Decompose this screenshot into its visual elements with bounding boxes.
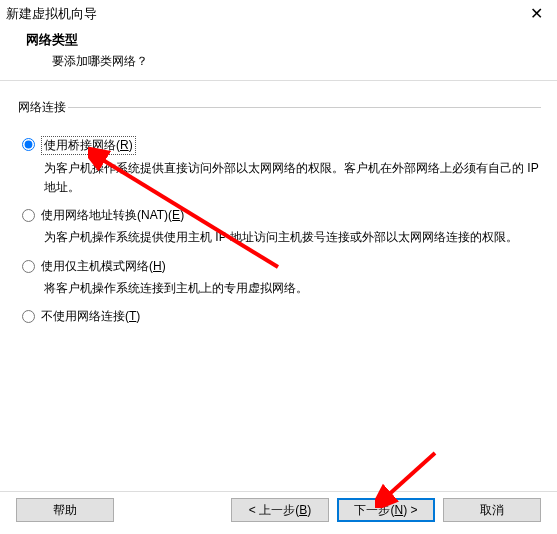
cancel-button[interactable]: 取消	[443, 498, 541, 522]
option-hostonly-text: 使用仅主机模式网络(H)	[41, 258, 166, 275]
radio-bridged[interactable]	[22, 138, 35, 151]
option-none: 不使用网络连接(T)	[22, 308, 541, 325]
network-group: 网络连接 使用桥接网络(R) 为客户机操作系统提供直接访问外部以太网网络的权限。…	[18, 99, 541, 325]
page-subtitle: 要添加哪类网络？	[26, 49, 557, 70]
wizard-body: 网络连接 使用桥接网络(R) 为客户机操作系统提供直接访问外部以太网网络的权限。…	[0, 81, 557, 325]
option-nat-desc: 为客户机操作系统提供使用主机 IP 地址访问主机拨号连接或外部以太网网络连接的权…	[44, 228, 541, 247]
back-button[interactable]: < 上一步(B)	[231, 498, 329, 522]
close-icon[interactable]: ✕	[524, 4, 549, 23]
option-none-label[interactable]: 不使用网络连接(T)	[22, 308, 541, 325]
option-hostonly: 使用仅主机模式网络(H) 将客户机操作系统连接到主机上的专用虚拟网络。	[22, 258, 541, 298]
option-bridged-desc: 为客户机操作系统提供直接访问外部以太网网络的权限。客户机在外部网络上必须有自己的…	[44, 159, 541, 197]
group-legend: 网络连接	[18, 99, 68, 116]
radio-nat[interactable]	[22, 209, 35, 222]
radio-none[interactable]	[22, 310, 35, 323]
option-bridged-label[interactable]: 使用桥接网络(R)	[22, 136, 541, 155]
option-nat-label[interactable]: 使用网络地址转换(NAT)(E)	[22, 207, 541, 224]
option-none-text: 不使用网络连接(T)	[41, 308, 140, 325]
option-bridged-text: 使用桥接网络(R)	[41, 136, 136, 155]
wizard-footer: 帮助 < 上一步(B) 下一步(N) > 取消	[0, 491, 557, 534]
radio-hostonly[interactable]	[22, 260, 35, 273]
help-button[interactable]: 帮助	[16, 498, 114, 522]
option-nat-text: 使用网络地址转换(NAT)(E)	[41, 207, 184, 224]
option-hostonly-desc: 将客户机操作系统连接到主机上的专用虚拟网络。	[44, 279, 541, 298]
title-bar: 新建虚拟机向导 ✕	[0, 0, 557, 25]
option-nat: 使用网络地址转换(NAT)(E) 为客户机操作系统提供使用主机 IP 地址访问主…	[22, 207, 541, 247]
option-hostonly-label[interactable]: 使用仅主机模式网络(H)	[22, 258, 541, 275]
window-title: 新建虚拟机向导	[6, 5, 97, 23]
option-bridged: 使用桥接网络(R) 为客户机操作系统提供直接访问外部以太网网络的权限。客户机在外…	[22, 136, 541, 197]
next-button[interactable]: 下一步(N) >	[337, 498, 435, 522]
page-title: 网络类型	[26, 31, 557, 49]
wizard-header: 网络类型 要添加哪类网络？	[0, 25, 557, 81]
